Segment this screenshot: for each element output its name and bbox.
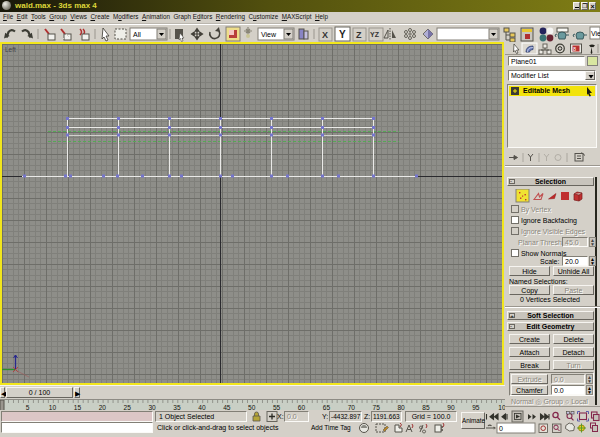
svg-text:8: 8 <box>573 46 576 52</box>
svg-text:View: View <box>261 31 277 38</box>
svg-text:Z: Z <box>356 30 362 40</box>
svg-text:Y: Y <box>339 29 346 40</box>
svg-text:0: 0 <box>499 425 503 432</box>
svg-text:All: All <box>133 31 141 38</box>
svg-text:X: X <box>322 30 328 40</box>
svg-text:YZ: YZ <box>370 31 380 38</box>
svg-text:Vie: Vie <box>591 30 600 37</box>
svg-text:Left: Left <box>5 46 16 53</box>
